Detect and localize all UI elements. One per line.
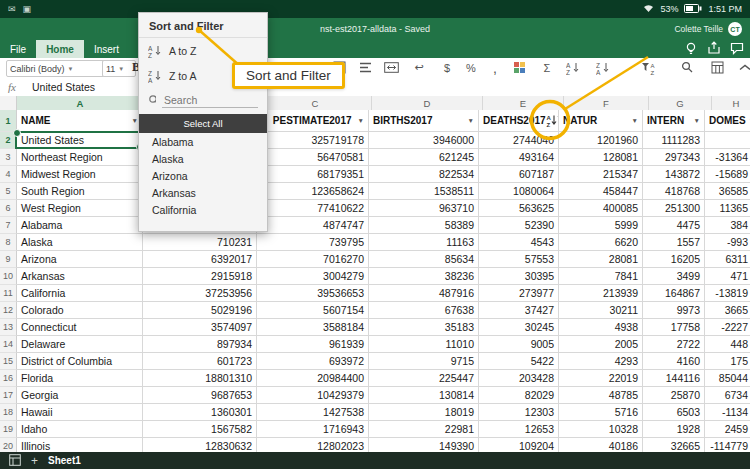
row-number[interactable]: 7 — [0, 217, 17, 234]
cell-E18[interactable]: 12303 — [479, 404, 559, 421]
cell-C11[interactable]: 39536653 — [257, 285, 369, 302]
cell-D12[interactable]: 67638 — [369, 302, 479, 319]
row-number[interactable]: 12 — [0, 302, 17, 319]
row-number[interactable]: 10 — [0, 268, 17, 285]
cell-F5[interactable]: 458447 — [559, 183, 643, 200]
cell-F16[interactable]: 22019 — [559, 370, 643, 387]
cell-H11[interactable]: -13819 — [705, 285, 750, 302]
cell-G19[interactable]: 1928 — [643, 421, 705, 438]
cell-H10[interactable]: 471 — [705, 268, 750, 285]
cell-G14[interactable]: 2722 — [643, 336, 705, 353]
cell-B12[interactable]: 5029196 — [143, 302, 257, 319]
header-cell-d[interactable]: BIRTHS2017▼ — [369, 110, 479, 132]
filter-dropdown-icon[interactable]: ▼ — [691, 117, 700, 124]
cell-B13[interactable]: 3574097 — [143, 319, 257, 336]
cell-F14[interactable]: 2005 — [559, 336, 643, 353]
cell-F17[interactable]: 48785 — [559, 387, 643, 404]
column-letter-G[interactable]: G — [649, 96, 712, 111]
cell-G3[interactable]: 297343 — [643, 149, 705, 166]
tab-home[interactable]: Home — [36, 40, 84, 58]
cell-H15[interactable]: 175 — [705, 353, 750, 370]
cell-C19[interactable]: 1716943 — [257, 421, 369, 438]
font-size-select[interactable]: 11 ▼ — [102, 60, 136, 77]
cell-E11[interactable]: 273977 — [479, 285, 559, 302]
cell-A17[interactable]: Georgia — [17, 387, 143, 404]
row-number[interactable]: 18 — [0, 404, 17, 421]
menu-item-a-to-z[interactable]: AZ A to Z — [139, 38, 267, 63]
cell-C9[interactable]: 7016270 — [257, 251, 369, 268]
cell-E8[interactable]: 4543 — [479, 234, 559, 251]
column-letter-F[interactable]: F — [564, 96, 649, 111]
row-number[interactable]: 11 — [0, 285, 17, 302]
add-sheet-button[interactable]: + — [31, 456, 38, 466]
cell-H9[interactable]: 6311 — [705, 251, 750, 268]
cell-F3[interactable]: 128081 — [559, 149, 643, 166]
row-number[interactable]: 2 — [0, 132, 17, 149]
header-cell-a[interactable]: NAME▼ — [17, 110, 143, 132]
cell-C4[interactable]: 68179351 — [257, 166, 369, 183]
cell-B15[interactable]: 601723 — [143, 353, 257, 370]
cell-A10[interactable]: Arkansas — [17, 268, 143, 285]
cell-E12[interactable]: 37427 — [479, 302, 559, 319]
cell-A12[interactable]: Colorado — [17, 302, 143, 319]
cell-C16[interactable]: 20984400 — [257, 370, 369, 387]
cell-D5[interactable]: 1538511 — [369, 183, 479, 200]
cell-C2[interactable]: 325719178 — [257, 132, 369, 149]
cell-A9[interactable]: Arizona — [17, 251, 143, 268]
cell-G18[interactable]: 6503 — [643, 404, 705, 421]
row-number[interactable]: 3 — [0, 149, 17, 166]
cell-E3[interactable]: 493164 — [479, 149, 559, 166]
cell-G6[interactable]: 251300 — [643, 200, 705, 217]
header-cell-e[interactable]: DEATHS2017 AZ — [479, 110, 559, 132]
cell-G11[interactable]: 164867 — [643, 285, 705, 302]
merge-center-button[interactable] — [380, 60, 402, 75]
cell-D11[interactable]: 487916 — [369, 285, 479, 302]
wrap-text-button[interactable]: ↩ — [408, 60, 430, 75]
cell-A7[interactable]: Alabama — [17, 217, 143, 234]
cell-E10[interactable]: 30395 — [479, 268, 559, 285]
cell-B16[interactable]: 18801310 — [143, 370, 257, 387]
sheet-tab-sheet1[interactable]: Sheet1 — [48, 455, 81, 466]
cell-D17[interactable]: 130814 — [369, 387, 479, 404]
cell-G10[interactable]: 3499 — [643, 268, 705, 285]
avatar[interactable]: CT — [728, 22, 742, 36]
row-number[interactable]: 9 — [0, 251, 17, 268]
cell-B8[interactable]: 710231 — [143, 234, 257, 251]
row-number[interactable]: 6 — [0, 200, 17, 217]
cell-D15[interactable]: 9715 — [369, 353, 479, 370]
cell-D18[interactable]: 18019 — [369, 404, 479, 421]
row-number[interactable]: 8 — [0, 234, 17, 251]
cell-E9[interactable]: 57553 — [479, 251, 559, 268]
cell-C8[interactable]: 739795 — [257, 234, 369, 251]
cell-H12[interactable]: 3665 — [705, 302, 750, 319]
select-all-corner[interactable] — [0, 96, 17, 111]
cell-H13[interactable]: -2227 — [705, 319, 750, 336]
cell-H4[interactable]: -15689 — [705, 166, 750, 183]
cell-F10[interactable]: 7841 — [559, 268, 643, 285]
row-number[interactable]: 13 — [0, 319, 17, 336]
cell-E14[interactable]: 9005 — [479, 336, 559, 353]
cell-D9[interactable]: 85634 — [369, 251, 479, 268]
cell-D8[interactable]: 11163 — [369, 234, 479, 251]
cell-A16[interactable]: Florida — [17, 370, 143, 387]
cell-C14[interactable]: 961939 — [257, 336, 369, 353]
row-number[interactable]: 1 — [0, 110, 17, 132]
filter-item-arizona[interactable]: Arizona — [139, 167, 267, 184]
header-cell-f[interactable]: NATUR▼ — [559, 110, 643, 132]
cell-E4[interactable]: 607187 — [479, 166, 559, 183]
cell-A19[interactable]: Idaho — [17, 421, 143, 438]
cell-C15[interactable]: 693972 — [257, 353, 369, 370]
cell-A15[interactable]: District of Columbia — [17, 353, 143, 370]
cell-G16[interactable]: 144116 — [643, 370, 705, 387]
cell-D16[interactable]: 225447 — [369, 370, 479, 387]
cell-E6[interactable]: 563625 — [479, 200, 559, 217]
cell-H5[interactable]: 36585 — [705, 183, 750, 200]
cell-B10[interactable]: 2915918 — [143, 268, 257, 285]
cell-H6[interactable]: 11365 — [705, 200, 750, 217]
cell-E19[interactable]: 12653 — [479, 421, 559, 438]
cell-C7[interactable]: 4874747 — [257, 217, 369, 234]
cell-C13[interactable]: 3588184 — [257, 319, 369, 336]
cell-E15[interactable]: 5422 — [479, 353, 559, 370]
cell-G8[interactable]: 1557 — [643, 234, 705, 251]
cell-D13[interactable]: 35183 — [369, 319, 479, 336]
